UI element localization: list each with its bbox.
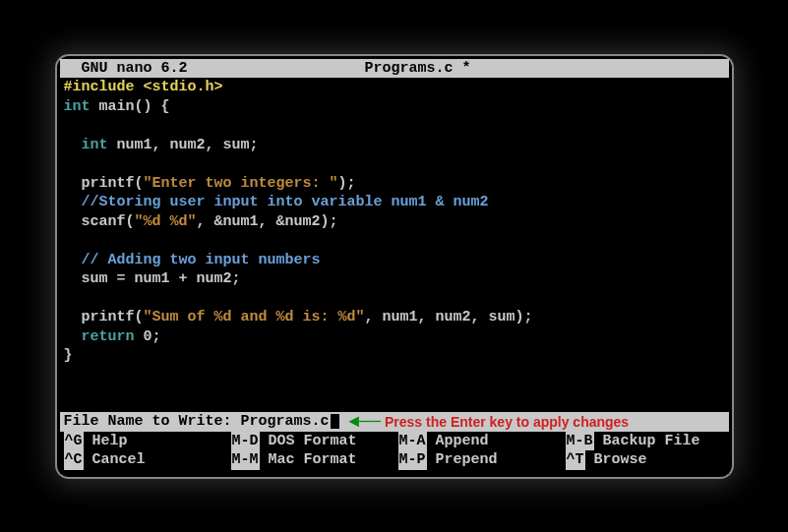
- printf-end: , num1, num2, sum);: [365, 309, 533, 325]
- annotation-text: Press the Enter key to apply changes: [385, 413, 629, 431]
- shortcut-bar: ^G Help M-D DOS Format M-A Append M-B Ba…: [60, 432, 729, 474]
- keyword-include: #include: [64, 79, 135, 95]
- shortcut-dos-format[interactable]: M-D DOS Format: [231, 432, 398, 451]
- prompt-value: Programs.c: [241, 412, 330, 432]
- printf-end: );: [338, 175, 356, 192]
- main-decl: main() {: [91, 98, 170, 115]
- key-label: M-M: [231, 450, 260, 470]
- scanf-end: , &num1, &num2);: [197, 213, 338, 230]
- action-label: Append: [427, 432, 489, 451]
- key-label: M-B: [566, 432, 594, 451]
- arrow-left-icon: ◄──: [349, 413, 381, 431]
- shortcut-append[interactable]: M-A Append: [398, 432, 566, 451]
- code-area[interactable]: #include <stdio.h> int main() { int num1…: [60, 78, 729, 412]
- scanf-call: scanf(: [64, 213, 135, 230]
- prompt-label: File Name to Write:: [64, 412, 241, 432]
- brace-close: }: [64, 347, 73, 364]
- filename: Programs.c *: [365, 60, 471, 77]
- text-cursor: [331, 414, 339, 429]
- string-literal: "Enter two integers: ": [144, 175, 338, 192]
- key-label: M-P: [398, 450, 427, 470]
- keyword-int: int: [64, 98, 91, 115]
- keyword-int: int: [64, 137, 108, 153]
- return-val: 0;: [135, 328, 161, 345]
- comment: // Adding two input numbers: [64, 252, 321, 268]
- keyword-return: return: [64, 328, 135, 345]
- annotation-area: ◄── Press the Enter key to apply changes: [343, 412, 729, 432]
- shortcut-cancel[interactable]: ^C Cancel: [64, 450, 231, 470]
- shortcut-backup-file[interactable]: M-B Backup File: [566, 432, 725, 451]
- assignment: sum = num1 + num2;: [64, 270, 241, 287]
- string-literal: "%d %d": [135, 213, 197, 230]
- action-label: DOS Format: [260, 432, 357, 451]
- action-label: Prepend: [427, 450, 498, 470]
- action-label: Help: [84, 432, 128, 451]
- key-label: M-A: [398, 432, 427, 451]
- key-label: ^C: [64, 450, 84, 470]
- shortcut-prepend[interactable]: M-P Prepend: [398, 450, 566, 470]
- string-literal: "Sum of %d and %d is: %d": [144, 309, 365, 325]
- printf-call: printf(: [64, 309, 144, 325]
- var-decl: num1, num2, sum;: [108, 137, 259, 153]
- key-label: ^T: [566, 450, 585, 470]
- printf-call: printf(: [64, 175, 144, 192]
- shortcut-browse[interactable]: ^T Browse: [566, 450, 725, 470]
- key-label: M-D: [231, 432, 260, 451]
- prompt-input-area[interactable]: File Name to Write: Programs.c: [60, 412, 343, 432]
- shortcut-help[interactable]: ^G Help: [64, 432, 231, 451]
- action-label: Browse: [585, 450, 647, 470]
- titlebar: GNU nano 6.2 Programs.c *: [60, 59, 729, 79]
- action-label: Backup File: [594, 432, 700, 451]
- nano-editor-window: GNU nano 6.2 Programs.c * #include <stdi…: [55, 54, 734, 479]
- app-version: GNU nano 6.2: [64, 60, 188, 77]
- action-label: Cancel: [84, 450, 146, 470]
- shortcut-mac-format[interactable]: M-M Mac Format: [231, 450, 398, 470]
- header-stdio: <stdio.h>: [135, 79, 223, 95]
- filename-prompt: File Name to Write: Programs.c ◄── Press…: [60, 412, 729, 432]
- comment: //Storing user input into variable num1 …: [64, 194, 489, 210]
- titlebar-spacer: [188, 60, 365, 77]
- action-label: Mac Format: [260, 450, 357, 470]
- key-label: ^G: [64, 432, 84, 451]
